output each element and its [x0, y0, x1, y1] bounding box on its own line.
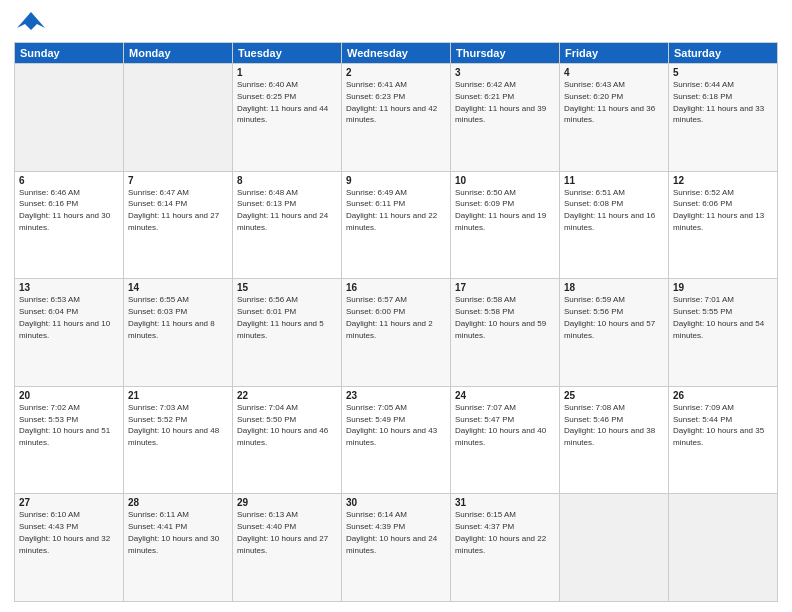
day-cell: 5 Sunrise: 6:44 AMSunset: 6:18 PMDayligh…	[669, 64, 778, 172]
day-cell: 6 Sunrise: 6:46 AMSunset: 6:16 PMDayligh…	[15, 171, 124, 279]
day-info: Sunrise: 7:07 AMSunset: 5:47 PMDaylight:…	[455, 403, 546, 447]
day-cell: 15 Sunrise: 6:56 AMSunset: 6:01 PMDaylig…	[233, 279, 342, 387]
day-cell: 14 Sunrise: 6:55 AMSunset: 6:03 PMDaylig…	[124, 279, 233, 387]
day-cell: 16 Sunrise: 6:57 AMSunset: 6:00 PMDaylig…	[342, 279, 451, 387]
day-cell: 18 Sunrise: 6:59 AMSunset: 5:56 PMDaylig…	[560, 279, 669, 387]
col-header-wednesday: Wednesday	[342, 43, 451, 64]
day-cell	[669, 494, 778, 602]
logo-bird-icon	[17, 10, 45, 32]
day-number: 4	[564, 67, 664, 78]
day-number: 15	[237, 282, 337, 293]
day-info: Sunrise: 6:50 AMSunset: 6:09 PMDaylight:…	[455, 188, 546, 232]
day-cell	[124, 64, 233, 172]
col-header-tuesday: Tuesday	[233, 43, 342, 64]
svg-marker-0	[17, 12, 45, 30]
day-cell: 26 Sunrise: 7:09 AMSunset: 5:44 PMDaylig…	[669, 386, 778, 494]
day-number: 6	[19, 175, 119, 186]
day-number: 22	[237, 390, 337, 401]
logo-text	[14, 10, 45, 36]
day-number: 20	[19, 390, 119, 401]
day-cell: 4 Sunrise: 6:43 AMSunset: 6:20 PMDayligh…	[560, 64, 669, 172]
day-info: Sunrise: 6:14 AMSunset: 4:39 PMDaylight:…	[346, 510, 437, 554]
day-info: Sunrise: 6:13 AMSunset: 4:40 PMDaylight:…	[237, 510, 328, 554]
day-cell: 20 Sunrise: 7:02 AMSunset: 5:53 PMDaylig…	[15, 386, 124, 494]
col-header-saturday: Saturday	[669, 43, 778, 64]
day-number: 25	[564, 390, 664, 401]
day-number: 27	[19, 497, 119, 508]
day-info: Sunrise: 6:47 AMSunset: 6:14 PMDaylight:…	[128, 188, 219, 232]
day-number: 3	[455, 67, 555, 78]
day-info: Sunrise: 6:49 AMSunset: 6:11 PMDaylight:…	[346, 188, 437, 232]
day-cell: 25 Sunrise: 7:08 AMSunset: 5:46 PMDaylig…	[560, 386, 669, 494]
day-info: Sunrise: 6:57 AMSunset: 6:00 PMDaylight:…	[346, 295, 433, 339]
day-cell: 9 Sunrise: 6:49 AMSunset: 6:11 PMDayligh…	[342, 171, 451, 279]
day-number: 5	[673, 67, 773, 78]
day-number: 23	[346, 390, 446, 401]
week-row-5: 27 Sunrise: 6:10 AMSunset: 4:43 PMDaylig…	[15, 494, 778, 602]
day-cell: 11 Sunrise: 6:51 AMSunset: 6:08 PMDaylig…	[560, 171, 669, 279]
day-info: Sunrise: 6:42 AMSunset: 6:21 PMDaylight:…	[455, 80, 546, 124]
calendar-header-row: SundayMondayTuesdayWednesdayThursdayFrid…	[15, 43, 778, 64]
day-info: Sunrise: 6:11 AMSunset: 4:41 PMDaylight:…	[128, 510, 219, 554]
day-cell: 31 Sunrise: 6:15 AMSunset: 4:37 PMDaylig…	[451, 494, 560, 602]
page: SundayMondayTuesdayWednesdayThursdayFrid…	[0, 0, 792, 612]
col-header-monday: Monday	[124, 43, 233, 64]
day-info: Sunrise: 7:02 AMSunset: 5:53 PMDaylight:…	[19, 403, 110, 447]
day-cell: 27 Sunrise: 6:10 AMSunset: 4:43 PMDaylig…	[15, 494, 124, 602]
day-number: 1	[237, 67, 337, 78]
col-header-thursday: Thursday	[451, 43, 560, 64]
day-cell: 21 Sunrise: 7:03 AMSunset: 5:52 PMDaylig…	[124, 386, 233, 494]
header	[14, 10, 778, 36]
day-number: 11	[564, 175, 664, 186]
day-number: 12	[673, 175, 773, 186]
day-cell: 7 Sunrise: 6:47 AMSunset: 6:14 PMDayligh…	[124, 171, 233, 279]
day-info: Sunrise: 6:46 AMSunset: 6:16 PMDaylight:…	[19, 188, 110, 232]
day-cell: 17 Sunrise: 6:58 AMSunset: 5:58 PMDaylig…	[451, 279, 560, 387]
week-row-4: 20 Sunrise: 7:02 AMSunset: 5:53 PMDaylig…	[15, 386, 778, 494]
logo	[14, 10, 45, 36]
day-cell: 29 Sunrise: 6:13 AMSunset: 4:40 PMDaylig…	[233, 494, 342, 602]
day-cell	[15, 64, 124, 172]
day-cell: 19 Sunrise: 7:01 AMSunset: 5:55 PMDaylig…	[669, 279, 778, 387]
day-number: 7	[128, 175, 228, 186]
day-number: 31	[455, 497, 555, 508]
day-number: 24	[455, 390, 555, 401]
day-cell: 12 Sunrise: 6:52 AMSunset: 6:06 PMDaylig…	[669, 171, 778, 279]
day-cell: 10 Sunrise: 6:50 AMSunset: 6:09 PMDaylig…	[451, 171, 560, 279]
week-row-2: 6 Sunrise: 6:46 AMSunset: 6:16 PMDayligh…	[15, 171, 778, 279]
day-info: Sunrise: 7:09 AMSunset: 5:44 PMDaylight:…	[673, 403, 764, 447]
day-info: Sunrise: 7:01 AMSunset: 5:55 PMDaylight:…	[673, 295, 764, 339]
day-number: 10	[455, 175, 555, 186]
day-info: Sunrise: 7:05 AMSunset: 5:49 PMDaylight:…	[346, 403, 437, 447]
day-number: 21	[128, 390, 228, 401]
day-number: 29	[237, 497, 337, 508]
week-row-3: 13 Sunrise: 6:53 AMSunset: 6:04 PMDaylig…	[15, 279, 778, 387]
day-info: Sunrise: 7:03 AMSunset: 5:52 PMDaylight:…	[128, 403, 219, 447]
col-header-sunday: Sunday	[15, 43, 124, 64]
day-cell: 1 Sunrise: 6:40 AMSunset: 6:25 PMDayligh…	[233, 64, 342, 172]
day-info: Sunrise: 6:55 AMSunset: 6:03 PMDaylight:…	[128, 295, 215, 339]
week-row-1: 1 Sunrise: 6:40 AMSunset: 6:25 PMDayligh…	[15, 64, 778, 172]
day-number: 2	[346, 67, 446, 78]
day-number: 8	[237, 175, 337, 186]
day-info: Sunrise: 6:44 AMSunset: 6:18 PMDaylight:…	[673, 80, 764, 124]
day-cell: 2 Sunrise: 6:41 AMSunset: 6:23 PMDayligh…	[342, 64, 451, 172]
day-info: Sunrise: 6:59 AMSunset: 5:56 PMDaylight:…	[564, 295, 655, 339]
day-cell: 3 Sunrise: 6:42 AMSunset: 6:21 PMDayligh…	[451, 64, 560, 172]
calendar-table: SundayMondayTuesdayWednesdayThursdayFrid…	[14, 42, 778, 602]
day-number: 16	[346, 282, 446, 293]
day-cell: 30 Sunrise: 6:14 AMSunset: 4:39 PMDaylig…	[342, 494, 451, 602]
day-cell	[560, 494, 669, 602]
day-info: Sunrise: 6:10 AMSunset: 4:43 PMDaylight:…	[19, 510, 110, 554]
day-number: 30	[346, 497, 446, 508]
day-info: Sunrise: 6:56 AMSunset: 6:01 PMDaylight:…	[237, 295, 324, 339]
day-info: Sunrise: 6:58 AMSunset: 5:58 PMDaylight:…	[455, 295, 546, 339]
day-cell: 24 Sunrise: 7:07 AMSunset: 5:47 PMDaylig…	[451, 386, 560, 494]
day-info: Sunrise: 6:40 AMSunset: 6:25 PMDaylight:…	[237, 80, 328, 124]
day-cell: 23 Sunrise: 7:05 AMSunset: 5:49 PMDaylig…	[342, 386, 451, 494]
day-info: Sunrise: 6:43 AMSunset: 6:20 PMDaylight:…	[564, 80, 655, 124]
day-info: Sunrise: 6:51 AMSunset: 6:08 PMDaylight:…	[564, 188, 655, 232]
day-number: 17	[455, 282, 555, 293]
day-cell: 28 Sunrise: 6:11 AMSunset: 4:41 PMDaylig…	[124, 494, 233, 602]
day-info: Sunrise: 6:41 AMSunset: 6:23 PMDaylight:…	[346, 80, 437, 124]
